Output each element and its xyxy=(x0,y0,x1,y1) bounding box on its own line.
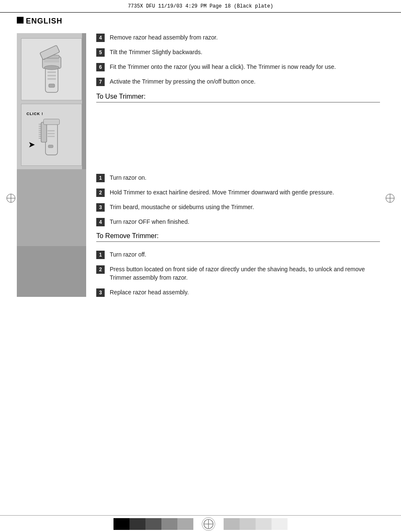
use-step-text-4: Turn razor OFF when finished. xyxy=(110,218,189,226)
remove-step-1: 1 Turn razor off. xyxy=(96,250,380,259)
click-illustration xyxy=(32,111,71,159)
svg-rect-25 xyxy=(47,136,55,137)
header-bar: 7735X DFU 11/19/03 4:29 PM Page 18 (Blac… xyxy=(0,0,401,13)
svg-rect-24 xyxy=(47,133,55,134)
install-steps-content: 4 Remove razor head assembly from razor.… xyxy=(86,33,384,169)
remove-section: 1 Turn razor off. 2 Press button located… xyxy=(17,246,384,297)
razor-illustration-top xyxy=(31,44,73,94)
svg-rect-10 xyxy=(47,78,56,80)
remove-step-text-1: Turn razor off. xyxy=(110,250,146,259)
svg-rect-11 xyxy=(49,84,55,87)
click-label: CLICK ! xyxy=(26,112,43,116)
remove-section-gray xyxy=(17,246,86,297)
remove-step-num-2: 2 xyxy=(96,265,105,274)
image-top xyxy=(21,38,82,100)
remove-section-heading: To Remove Trimmer: xyxy=(96,232,380,242)
remove-section-content: 1 Turn razor off. 2 Press button located… xyxy=(86,246,384,297)
use-step-2: 2 Hold Trimmer to exact hairline desired… xyxy=(96,188,380,197)
reg-mark-right xyxy=(385,193,395,204)
use-step-num-2: 2 xyxy=(96,189,105,197)
swatch-2 xyxy=(129,518,145,530)
use-step-3: 3 Trim beard, moustache or sideburns usi… xyxy=(96,203,380,212)
step-num-4: 4 xyxy=(96,34,105,42)
svg-rect-22 xyxy=(44,119,60,124)
use-step-num-3: 3 xyxy=(96,203,105,212)
install-step-6: 6 Fit the Trimmer onto the razor (you wi… xyxy=(96,63,380,71)
remove-step-text-3: Replace razor head assembly. xyxy=(110,288,189,296)
use-step-1: 1 Turn razor on. xyxy=(96,173,380,182)
step-num-6: 6 xyxy=(96,63,105,71)
remove-step-text-2: Press button located on front side of ra… xyxy=(110,265,380,282)
page-header: 18 ENGLISH xyxy=(17,17,384,26)
install-step-5: 5 Tilt the Trimmer Slightly backwards. xyxy=(96,48,380,57)
svg-rect-12 xyxy=(45,123,58,155)
remove-step-num-3: 3 xyxy=(96,288,105,297)
swatch-9 xyxy=(272,518,288,530)
image-bottom: CLICK ! ➤ xyxy=(21,104,82,166)
remove-step-2: 2 Press button located on front side of … xyxy=(96,265,380,282)
install-step-7: 7 Activate the Trimmer by pressing the o… xyxy=(96,77,380,86)
install-section: CLICK ! ➤ xyxy=(17,33,384,169)
use-section-heading: To Use Trimmer: xyxy=(96,93,380,102)
swatch-1 xyxy=(113,518,129,530)
footer-swatches-right xyxy=(224,518,288,530)
remove-step-3: 3 Replace razor head assembly. xyxy=(96,288,380,297)
swatch-3 xyxy=(145,518,161,530)
footer-bar xyxy=(0,515,401,532)
use-section-content: 1 Turn razor on. 2 Hold Trimmer to exact… xyxy=(86,169,384,246)
svg-rect-26 xyxy=(48,145,53,148)
right-accent-bar xyxy=(82,33,86,169)
use-step-num-1: 1 xyxy=(96,174,105,182)
swatch-4 xyxy=(161,518,177,530)
header-text: 7735X DFU 11/19/03 4:29 PM Page 18 (Blac… xyxy=(128,3,273,9)
swatch-7 xyxy=(240,518,256,530)
page-title: ENGLISH xyxy=(26,17,63,26)
image-column: CLICK ! ➤ xyxy=(17,33,86,169)
swatch-8 xyxy=(256,518,272,530)
use-step-4: 4 Turn razor OFF when finished. xyxy=(96,218,380,226)
svg-rect-9 xyxy=(47,75,56,76)
svg-rect-8 xyxy=(47,71,56,73)
footer-swatches xyxy=(113,518,193,530)
step-text-6: Fit the Trimmer onto the razor (you will… xyxy=(110,63,336,71)
use-section-gray xyxy=(17,169,86,246)
step-text-4: Remove razor head assembly from razor. xyxy=(110,33,218,42)
use-step-text-3: Trim beard, moustache or sideburns using… xyxy=(110,203,254,211)
remove-step-num-1: 1 xyxy=(96,251,105,259)
svg-rect-23 xyxy=(47,130,55,131)
page-number: 18 xyxy=(17,18,24,25)
use-step-num-4: 4 xyxy=(96,218,105,226)
click-arrow: ➤ xyxy=(28,139,35,149)
use-section: 1 Turn razor on. 2 Hold Trimmer to exact… xyxy=(17,169,384,246)
step-text-7: Activate the Trimmer by pressing the on/… xyxy=(110,77,256,86)
swatch-5 xyxy=(177,518,193,530)
step-text-5: Tilt the Trimmer Slightly backwards. xyxy=(110,48,202,56)
use-step-text-2: Hold Trimmer to exact hairline desired. … xyxy=(110,188,334,197)
swatch-6 xyxy=(224,518,240,530)
step-num-5: 5 xyxy=(96,48,105,57)
footer-reg-mark xyxy=(202,517,215,531)
svg-point-3 xyxy=(44,66,59,70)
reg-mark-left xyxy=(6,193,16,204)
main-content: 18 ENGLISH xyxy=(17,17,384,511)
svg-rect-13 xyxy=(41,122,47,142)
remove-section-header-wrapper: To Remove Trimmer: xyxy=(96,232,380,242)
use-section-header-wrapper: To Use Trimmer: xyxy=(96,93,380,102)
step-num-7: 7 xyxy=(96,78,105,86)
use-step-text-1: Turn razor on. xyxy=(110,173,146,182)
install-step-4: 4 Remove razor head assembly from razor. xyxy=(96,33,380,42)
